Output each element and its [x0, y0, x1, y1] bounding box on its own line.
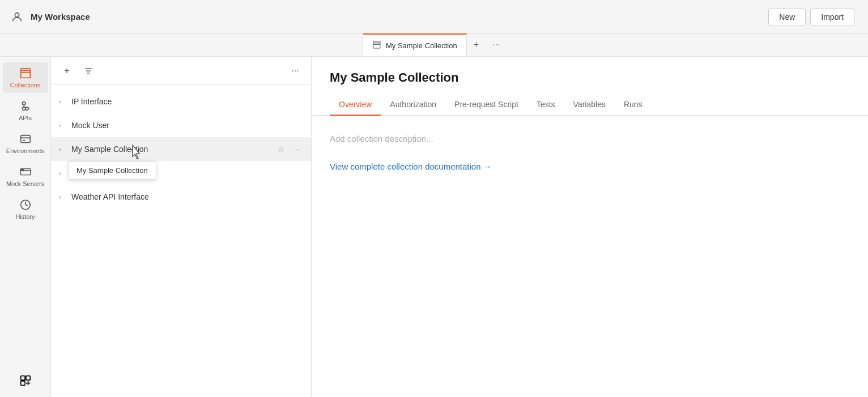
- sidebar-item-environments[interactable]: Environments: [3, 128, 48, 159]
- star-icon[interactable]: ☆: [275, 143, 287, 155]
- collection-item-name: Weather API Interface: [71, 192, 270, 201]
- star-icon[interactable]: ☆: [275, 95, 287, 108]
- collection-item-actions: ☆ ···: [275, 143, 303, 155]
- filter-button[interactable]: [80, 63, 96, 79]
- svg-point-16: [23, 169, 24, 170]
- chevron-icon: ›: [59, 170, 67, 176]
- list-item[interactable]: › Mock User ☆ ···: [51, 113, 311, 137]
- active-tab[interactable]: My Sample Collection: [363, 33, 467, 56]
- chevron-icon: ›: [59, 98, 67, 105]
- svg-rect-10: [20, 136, 30, 143]
- tab-authorization[interactable]: Authorization: [381, 94, 445, 116]
- user-icon: [9, 9, 25, 25]
- top-bar-buttons: New Import: [768, 8, 854, 26]
- sidebar-icons: Collections APIs Environments: [0, 57, 51, 397]
- star-icon[interactable]: ☆: [275, 167, 287, 179]
- tab-variables[interactable]: Variables: [564, 94, 615, 116]
- list-item[interactable]: › My Sample Collection ☆ ··· My Sample C…: [51, 137, 311, 161]
- svg-point-15: [21, 169, 22, 170]
- more-icon[interactable]: ···: [291, 167, 303, 179]
- content-body: Add collection description... View compl…: [312, 116, 868, 397]
- sidebar-collections-label: Collections: [10, 82, 41, 88]
- add-tab-button[interactable]: +: [467, 33, 486, 56]
- list-item[interactable]: › New Collection ☆ ···: [51, 161, 311, 185]
- more-icon[interactable]: ···: [291, 143, 303, 155]
- svg-rect-18: [20, 376, 24, 380]
- svg-rect-20: [20, 381, 24, 385]
- collection-item-name: New Collection: [71, 168, 270, 178]
- content-header: My Sample Collection Overview Authorizat…: [312, 57, 868, 116]
- sidebar-apis-label: APIs: [19, 115, 32, 121]
- tab-more-button[interactable]: ···: [486, 33, 507, 56]
- sidebar-item-collections[interactable]: Collections: [3, 62, 48, 93]
- star-icon[interactable]: ☆: [275, 119, 287, 132]
- active-tab-label: My Sample Collection: [386, 41, 457, 50]
- collection-tab-icon: [372, 40, 381, 51]
- chevron-icon: ›: [59, 193, 67, 200]
- new-button[interactable]: New: [768, 8, 806, 26]
- main-layout: Collections APIs Environments: [0, 57, 868, 397]
- collection-item-name: IP Interface: [71, 97, 270, 106]
- collections-list: › IP Interface ☆ ··· › Mock User ☆ ··· ›…: [51, 85, 311, 397]
- tab-runs[interactable]: Runs: [615, 94, 652, 116]
- sidebar-item-history[interactable]: History: [3, 194, 48, 225]
- sidebar-environments-label: Environments: [6, 147, 44, 154]
- collection-item-name: My Sample Collection: [71, 145, 270, 154]
- chevron-icon: ›: [59, 146, 67, 153]
- tab-tests[interactable]: Tests: [527, 94, 564, 116]
- star-icon[interactable]: ☆: [275, 191, 287, 203]
- svg-point-7: [22, 107, 25, 111]
- list-item[interactable]: › Weather API Interface ☆ ···: [51, 185, 311, 209]
- top-bar: My Workspace New Import: [0, 0, 868, 34]
- sidebar-item-extensions[interactable]: [3, 370, 48, 391]
- tab-pre-request-script[interactable]: Pre-request Script: [445, 94, 527, 116]
- svg-point-0: [15, 12, 19, 16]
- collections-toolbar: + ···: [51, 57, 311, 85]
- sidebar-history-label: History: [15, 213, 35, 220]
- page-title: My Sample Collection: [330, 70, 850, 85]
- import-button[interactable]: Import: [810, 8, 854, 26]
- description-placeholder[interactable]: Add collection description...: [330, 134, 850, 143]
- sidebar-mock-servers-label: Mock Servers: [6, 180, 44, 187]
- workspace-name: My Workspace: [31, 12, 90, 22]
- documentation-link[interactable]: View complete collection documentation →: [330, 162, 850, 171]
- svg-point-5: [22, 102, 25, 105]
- more-icon[interactable]: ···: [291, 191, 303, 203]
- svg-point-6: [25, 107, 29, 111]
- collection-item-name: Mock User: [71, 121, 270, 130]
- collections-more-button[interactable]: ···: [287, 63, 303, 79]
- tab-bar: My Sample Collection + ···: [0, 34, 868, 57]
- list-item[interactable]: › IP Interface ☆ ···: [51, 90, 311, 113]
- workspace-area: My Workspace: [9, 9, 134, 25]
- sidebar-item-apis[interactable]: APIs: [3, 95, 48, 126]
- content-tabs: Overview Authorization Pre-request Scrip…: [330, 94, 850, 115]
- more-icon[interactable]: ···: [291, 119, 303, 132]
- main-content: My Sample Collection Overview Authorizat…: [312, 57, 868, 397]
- tab-overview[interactable]: Overview: [330, 94, 381, 116]
- svg-rect-19: [25, 376, 29, 380]
- sidebar-item-mock-servers[interactable]: Mock Servers: [3, 161, 48, 192]
- add-collection-button[interactable]: +: [59, 63, 75, 79]
- collections-panel: + ··· › IP Interface ☆ ···: [51, 57, 312, 397]
- more-icon[interactable]: ···: [291, 95, 303, 108]
- chevron-icon: ›: [59, 122, 67, 129]
